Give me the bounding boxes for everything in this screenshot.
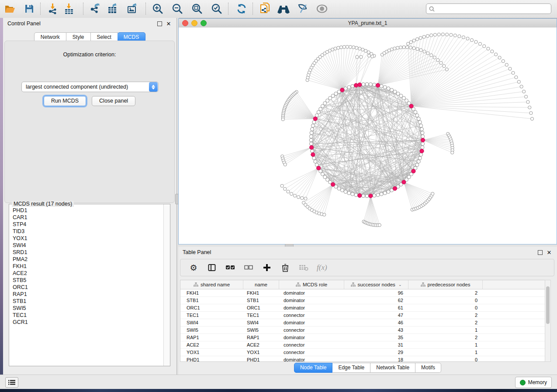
export-network-icon[interactable] <box>89 2 102 15</box>
table-row[interactable]: ACE2ACE2connector311 <box>180 341 547 349</box>
table-row[interactable]: PHD1PHD1dominator180 <box>180 356 547 362</box>
mcds-result-item[interactable]: CAR1 <box>13 214 164 221</box>
first-neighbors-icon[interactable] <box>277 2 290 15</box>
ring-node[interactable] <box>421 142 425 145</box>
ring-node[interactable] <box>393 90 397 93</box>
mcds-result-item[interactable]: GCR1 <box>13 319 164 326</box>
ring-node[interactable] <box>373 194 376 197</box>
leaf-node[interactable] <box>355 46 358 49</box>
table-scrollbar[interactable] <box>545 280 551 362</box>
ring-node[interactable] <box>319 107 322 111</box>
tab-node-table[interactable]: Node Table <box>294 363 333 373</box>
leaf-node[interactable] <box>416 48 419 51</box>
mcds-hub-node[interactable] <box>317 166 321 170</box>
select-all-icon[interactable] <box>225 262 235 273</box>
ring-node[interactable] <box>399 94 403 97</box>
mcds-result-item[interactable]: STP4 <box>13 221 164 228</box>
column-header-successor-nodes[interactable]: successor nodes⌄ <box>344 280 408 289</box>
new-network-from-selection-icon[interactable] <box>259 2 272 15</box>
leaf-node[interactable] <box>297 196 300 199</box>
cell-successor-nodes[interactable]: 96 <box>344 290 408 296</box>
leaf-node[interactable] <box>433 56 436 59</box>
leaf-node[interactable] <box>284 187 287 190</box>
cell-shared-name[interactable]: PHD1 <box>180 357 243 362</box>
mcds-hub-node[interactable] <box>376 83 380 87</box>
cell-name[interactable]: ACE2 <box>243 342 279 347</box>
cell-MCDS-role[interactable]: connector <box>279 342 344 347</box>
leaf-node[interactable] <box>396 46 399 49</box>
leaf-node[interactable] <box>524 95 527 98</box>
ring-node[interactable] <box>373 83 376 86</box>
leaf-node[interactable] <box>441 33 444 36</box>
mcds-hub-node[interactable] <box>313 117 317 120</box>
leaf-node[interactable] <box>371 55 374 58</box>
cell-MCDS-role[interactable]: dominator <box>279 357 344 362</box>
leaf-node[interactable] <box>304 197 307 200</box>
search-field[interactable] <box>426 3 551 14</box>
ring-node[interactable] <box>383 86 387 89</box>
leaf-node[interactable] <box>284 163 287 166</box>
table-row[interactable]: TEC1TEC1connector472 <box>180 312 547 319</box>
leaf-node[interactable] <box>426 52 429 55</box>
leaf-node[interactable] <box>483 45 486 48</box>
leaf-node[interactable] <box>337 46 340 49</box>
leaf-node[interactable] <box>498 56 501 59</box>
deselect-all-icon[interactable] <box>243 262 254 273</box>
mcds-hub-node[interactable] <box>420 149 424 153</box>
leaf-node[interactable] <box>445 33 448 36</box>
float-panel-button[interactable] <box>156 20 163 27</box>
close-panel-button[interactable]: ✕ <box>165 20 172 27</box>
ring-node[interactable] <box>347 191 351 195</box>
ring-node[interactable] <box>351 84 354 88</box>
mcds-result-item[interactable]: YOX1 <box>13 235 164 242</box>
ring-node[interactable] <box>310 149 314 153</box>
cell-predecessor-nodes[interactable]: 2 <box>408 290 483 296</box>
leaf-node[interactable] <box>470 38 473 41</box>
ring-node[interactable] <box>419 124 423 127</box>
leaf-node[interactable] <box>360 55 363 58</box>
cell-MCDS-role[interactable]: dominator <box>279 335 344 340</box>
leaf-node[interactable] <box>437 33 440 36</box>
mcds-hub-node[interactable] <box>402 180 406 184</box>
mcds-result-item[interactable]: STB5 <box>13 277 164 284</box>
cell-successor-nodes[interactable]: 31 <box>344 342 408 347</box>
leaf-node[interactable] <box>529 111 533 114</box>
mcds-result-item[interactable]: ORC1 <box>13 284 164 291</box>
leaf-node[interactable] <box>356 55 359 58</box>
cell-shared-name[interactable]: FKH1 <box>180 290 243 296</box>
leaf-node[interactable] <box>393 47 396 50</box>
leaf-node[interactable] <box>301 196 304 199</box>
mcds-result-item[interactable]: SRD1 <box>13 249 164 256</box>
cell-name[interactable]: SWI5 <box>243 327 279 333</box>
leaf-node[interactable] <box>358 47 361 50</box>
cell-shared-name[interactable]: ORC1 <box>180 305 243 310</box>
leaf-node[interactable] <box>426 34 429 38</box>
network-canvas[interactable] <box>179 28 557 244</box>
table-options-icon[interactable]: ⚙ <box>188 262 199 273</box>
leaf-node[interactable] <box>505 63 508 66</box>
ring-node[interactable] <box>340 189 344 192</box>
ring-node[interactable] <box>365 83 369 86</box>
leaf-node[interactable] <box>433 33 436 36</box>
ring-node[interactable] <box>380 193 383 196</box>
mcds-hub-node[interactable] <box>309 145 313 149</box>
table-row[interactable]: FKH1FKH1dominator962 <box>180 289 547 297</box>
save-icon[interactable] <box>23 2 36 15</box>
export-image-icon[interactable] <box>126 2 139 15</box>
mcds-result-item[interactable]: TID3 <box>13 228 164 235</box>
column-header-predecessor-nodes[interactable]: predecessor nodes <box>408 280 483 289</box>
leaf-node[interactable] <box>399 46 402 49</box>
mcds-result-item[interactable]: TEC1 <box>13 312 164 319</box>
cell-predecessor-nodes[interactable]: 1 <box>408 342 483 347</box>
leaf-node[interactable] <box>281 118 284 121</box>
cell-name[interactable]: STB1 <box>243 298 279 303</box>
leaf-node[interactable] <box>364 49 367 52</box>
mcds-hub-node[interactable] <box>331 182 335 186</box>
ring-node[interactable] <box>380 84 383 88</box>
ring-node[interactable] <box>311 124 315 127</box>
leaf-node[interactable] <box>334 47 337 50</box>
cell-name[interactable]: FKH1 <box>243 290 279 296</box>
zoom-out-icon[interactable] <box>171 2 184 15</box>
ring-node[interactable] <box>334 92 338 96</box>
leaf-node[interactable] <box>517 80 520 83</box>
